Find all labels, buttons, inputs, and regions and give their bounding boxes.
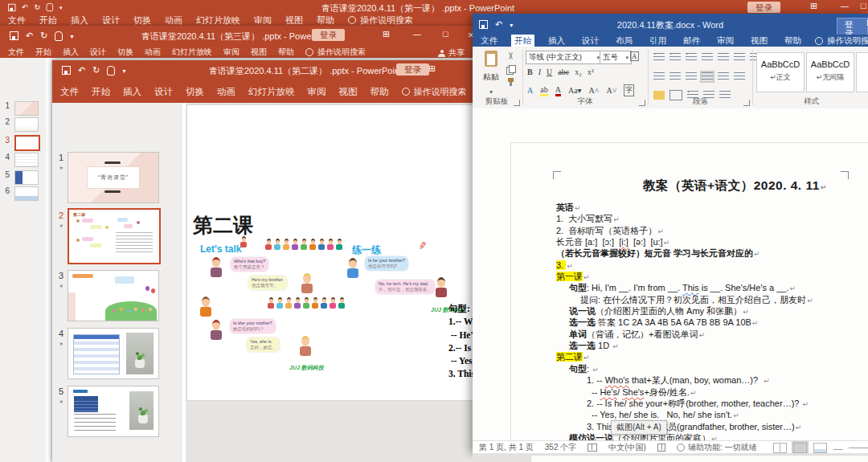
change-case-icon[interactable]: Aa▾ <box>568 86 582 95</box>
ppt3-menu-tab[interactable]: 视图 <box>251 47 267 58</box>
ppt1-menu-tab[interactable]: 插入 <box>71 14 88 27</box>
save-icon[interactable] <box>8 3 15 10</box>
page-indicator[interactable]: 第 1 页, 共 1 页 <box>479 442 534 453</box>
ppt2-menu-tab[interactable]: 视图 <box>339 86 358 98</box>
ppt3-menu-tab[interactable]: 审阅 <box>223 47 240 58</box>
ppt1-menu-tab[interactable]: 切换 <box>133 14 151 27</box>
undo-icon[interactable] <box>22 3 28 10</box>
char-border-icon[interactable]: A <box>630 51 639 61</box>
format-painter-icon[interactable] <box>506 78 516 86</box>
restore-button[interactable] <box>861 2 866 10</box>
accessibility-status[interactable]: 辅助功能: 一切就绪 <box>677 442 757 453</box>
save-icon[interactable] <box>10 31 18 40</box>
redo-icon[interactable] <box>92 66 100 75</box>
distribute-icon[interactable] <box>718 72 729 81</box>
undo-icon[interactable] <box>495 20 502 29</box>
ppt2-menu-tab[interactable]: 插入 <box>123 86 141 98</box>
style-heading[interactable]: Aa 标题 <box>856 52 868 92</box>
redo-icon[interactable] <box>34 3 40 10</box>
qat-dropdown-icon[interactable] <box>59 3 62 10</box>
align-right-icon[interactable] <box>686 72 697 81</box>
tell-me-search[interactable]: 操作说明搜索 <box>402 86 467 98</box>
ppt1-menu-tab[interactable]: 设计 <box>102 14 120 27</box>
word-menu-tab[interactable]: 视图 <box>747 35 771 47</box>
font-format-button[interactable]: U <box>547 67 552 76</box>
line-spacing-icon[interactable] <box>734 72 745 81</box>
highlight-color-icon[interactable]: ab <box>540 85 547 96</box>
thumbnail-slide-6[interactable] <box>14 186 39 201</box>
thumbnail-slide-4[interactable] <box>14 153 39 167</box>
multilevel-list-icon[interactable] <box>686 53 697 62</box>
justify-icon[interactable] <box>702 72 713 81</box>
dialog-launcher-icon[interactable] <box>514 100 520 106</box>
ppt2-menu-tab[interactable]: 帮助 <box>371 86 389 98</box>
word-menu-tab[interactable]: 文件 <box>477 35 501 47</box>
sign-in-button[interactable]: 登录 <box>747 2 780 14</box>
font-name-combo[interactable]: 等线 (中文正文)▾ <box>526 51 603 64</box>
font-color-icon[interactable]: A <box>555 85 561 96</box>
ppt3-menu-tab[interactable]: 文件 <box>8 47 24 58</box>
ppt3-menu-tab[interactable]: 切换 <box>117 47 133 58</box>
ppt3-menu-tab[interactable]: 动画 <box>145 47 161 58</box>
qat-dropdown-icon[interactable] <box>70 31 73 40</box>
copy-icon[interactable] <box>506 65 516 73</box>
font-format-button[interactable]: B <box>527 67 533 76</box>
font-format-button[interactable]: abc <box>558 67 569 76</box>
word-menu-tab[interactable]: 帮助 <box>781 35 805 47</box>
zoom-slider[interactable] <box>849 448 868 448</box>
save-icon[interactable] <box>479 20 488 29</box>
paste-dropdown-icon[interactable] <box>489 87 493 96</box>
numbering-icon[interactable] <box>669 53 681 62</box>
phonetic-guide-icon[interactable]: A <box>527 86 533 95</box>
read-mode-icon[interactable] <box>773 443 787 453</box>
thumbnail-slide-3-selected[interactable] <box>14 135 40 151</box>
ppt3-menu-tab[interactable]: 设计 <box>90 47 106 58</box>
touch-mode-icon[interactable] <box>107 66 115 76</box>
redo-icon[interactable] <box>40 31 47 40</box>
ppt1-menu-tab[interactable]: 文件 <box>8 14 26 27</box>
ppt3-menu-tab[interactable]: 帮助 <box>278 47 294 58</box>
thumbnail-slide-1[interactable] <box>14 101 39 116</box>
thumbnail-slide-2[interactable] <box>14 117 39 132</box>
ppt2-menu-tab[interactable]: 幻灯片放映 <box>248 86 295 98</box>
ppt3-menu-tab[interactable]: 开始 <box>35 47 51 58</box>
share-button[interactable]: 共享 <box>438 47 465 59</box>
ppt2-menu-tab[interactable]: 动画 <box>217 86 235 98</box>
sort-icon[interactable] <box>734 53 745 62</box>
ppt1-menu-tab[interactable]: 帮助 <box>317 14 334 27</box>
word-menu-tab[interactable]: 审阅 <box>714 35 737 47</box>
thumbnail-slide-4[interactable] <box>68 328 159 379</box>
tell-me-search[interactable]: 操作说明搜索 <box>815 35 868 47</box>
ribbon-options-icon[interactable] <box>428 64 436 73</box>
font-format-button[interactable]: x² <box>588 67 594 76</box>
thumbnail-slide-3[interactable] <box>68 270 159 321</box>
font-format-button[interactable]: x₂ <box>575 67 582 76</box>
ppt1-menu-tab[interactable]: 动画 <box>165 14 182 27</box>
word-menu-tab[interactable]: 邮件 <box>680 35 703 47</box>
restore-button[interactable] <box>443 30 448 39</box>
undo-icon[interactable] <box>78 66 85 75</box>
tell-me-search[interactable]: 操作说明搜索 <box>305 47 366 58</box>
language-indicator[interactable]: 中文(中国) <box>608 442 646 453</box>
ribbon-options-icon[interactable] <box>383 30 390 39</box>
minimize-button[interactable] <box>413 30 421 39</box>
bullets-icon[interactable] <box>653 53 665 62</box>
increase-indent-icon[interactable] <box>718 53 729 62</box>
ppt1-menu-tab[interactable]: 开始 <box>39 14 57 27</box>
align-center-icon[interactable] <box>669 72 681 81</box>
sign-in-button[interactable]: 登录 <box>312 29 345 41</box>
tell-me-search[interactable]: 操作说明搜索 <box>348 14 413 27</box>
ppt3-menu-tab[interactable]: 插入 <box>63 47 79 58</box>
style-no-spacing[interactable]: AaBbCcD ↵无间隔 <box>806 52 854 92</box>
touch-mode-icon[interactable] <box>47 2 54 10</box>
ribbon-options-icon[interactable] <box>810 2 817 10</box>
save-icon[interactable] <box>62 66 71 75</box>
shrink-font-icon[interactable]: A˅ <box>606 86 616 95</box>
dialog-launcher-icon[interactable] <box>743 100 750 106</box>
cut-icon[interactable] <box>506 52 516 60</box>
ppt3-menu-tab[interactable]: 幻灯片放映 <box>172 47 212 58</box>
word-count[interactable]: 352 个字 <box>545 442 576 453</box>
thumbnail-slide-2-selected[interactable]: 第二课 <box>68 208 161 264</box>
ppt2-menu-tab[interactable]: 审阅 <box>308 86 326 98</box>
word-menu-tab[interactable]: 设计 <box>579 35 602 47</box>
